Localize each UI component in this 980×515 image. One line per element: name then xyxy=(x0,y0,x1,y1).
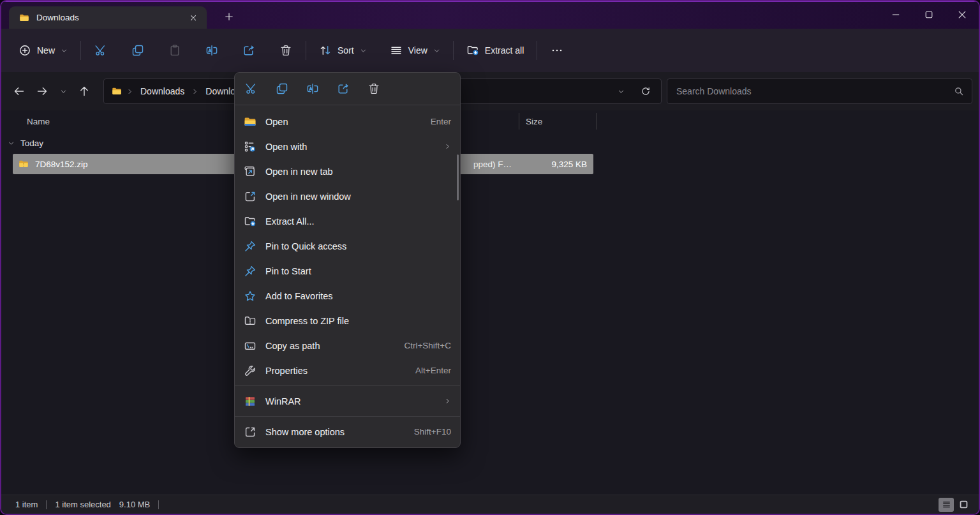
tab-downloads[interactable]: Downloads xyxy=(9,6,207,29)
rename-button[interactable] xyxy=(301,77,325,101)
tab-title: Downloads xyxy=(36,13,185,22)
open-in-new-window-icon xyxy=(244,190,256,203)
statusbar-divider xyxy=(46,500,47,509)
delete-button[interactable] xyxy=(272,38,300,63)
menu-item-label: Copy as path xyxy=(265,341,320,351)
cut-button[interactable] xyxy=(87,38,115,63)
menu-item-extract-all[interactable]: Extract All... xyxy=(235,209,460,234)
view-button[interactable]: View xyxy=(383,38,447,63)
command-toolbar: New Sort xyxy=(1,29,979,72)
rename-button[interactable] xyxy=(198,38,226,63)
menu-item-label: Show more options xyxy=(265,427,345,437)
group-label: Today xyxy=(20,138,43,148)
menu-item-compress-to-zip[interactable]: Compress to ZIP file xyxy=(235,308,460,333)
search-icon[interactable] xyxy=(954,86,964,96)
clipboard-icon xyxy=(168,44,181,57)
up-button[interactable] xyxy=(73,80,96,103)
menu-item-accel: Shift+F10 xyxy=(414,427,451,437)
toolbar-divider xyxy=(306,41,306,60)
search-box[interactable] xyxy=(667,78,972,104)
forward-button[interactable] xyxy=(31,80,54,103)
chevron-down-icon xyxy=(360,47,367,54)
show-more-options-icon xyxy=(244,426,256,438)
menu-item-pin-to-quick-access[interactable]: Pin to Quick access xyxy=(235,234,460,258)
folder-icon xyxy=(112,86,122,96)
copy-button[interactable] xyxy=(124,38,152,63)
extract-all-label: Extract all xyxy=(485,45,524,56)
details-view-button[interactable] xyxy=(939,498,954,512)
menu-item-label: Open in new window xyxy=(265,191,351,202)
menu-item-open-in-new-window[interactable]: Open in new window xyxy=(235,184,460,209)
cut-button[interactable] xyxy=(239,77,264,101)
copy-as-path-icon xyxy=(244,340,256,352)
toolbar-divider xyxy=(537,41,537,60)
group-header-today[interactable]: Today xyxy=(1,132,979,154)
address-bar: Downloads Downloads xyxy=(1,72,979,110)
pushpin-icon xyxy=(244,265,256,278)
refresh-button[interactable] xyxy=(635,82,656,101)
column-divider[interactable] xyxy=(519,113,519,130)
menu-item-label: Pin to Quick access xyxy=(265,241,346,251)
menu-item-label: WinRAR xyxy=(265,396,301,407)
new-button-label: New xyxy=(37,45,55,56)
file-name: 7D68v152.zip xyxy=(35,160,88,169)
column-divider[interactable] xyxy=(596,113,597,130)
star-icon xyxy=(244,290,256,302)
new-tab-button[interactable] xyxy=(218,7,240,26)
address-dropdown-button[interactable] xyxy=(611,82,631,101)
column-header-size[interactable]: Size xyxy=(526,117,542,126)
list-lines-icon xyxy=(390,44,403,57)
search-input[interactable] xyxy=(675,86,949,97)
menu-item-add-to-favorites[interactable]: Add to Favorites xyxy=(235,283,460,308)
copy-button[interactable] xyxy=(270,77,294,101)
new-button[interactable]: New xyxy=(11,38,75,63)
open-in-new-tab-icon xyxy=(244,165,256,178)
trash-icon xyxy=(279,44,292,57)
menu-item-properties[interactable]: Properties Alt+Enter xyxy=(235,358,460,383)
minimize-button[interactable] xyxy=(879,2,912,27)
menu-item-show-more-options[interactable]: Show more options Shift+F10 xyxy=(235,419,460,444)
menu-item-label: Open xyxy=(265,117,288,127)
folder-icon xyxy=(19,13,29,23)
menu-item-label: Add to Favorites xyxy=(265,291,333,301)
wrench-icon xyxy=(244,364,256,377)
copy-icon xyxy=(131,44,144,57)
recent-locations-button[interactable] xyxy=(54,80,73,103)
menu-item-open[interactable]: Open Enter xyxy=(235,109,460,134)
chevron-right-icon[interactable] xyxy=(191,88,198,95)
menu-item-accel: Enter xyxy=(431,117,451,126)
menu-item-open-with[interactable]: Open with xyxy=(235,134,460,159)
zip-folder-icon xyxy=(19,159,29,169)
chevron-right-icon[interactable] xyxy=(126,88,133,95)
winrar-books-icon xyxy=(244,395,256,408)
extract-all-button[interactable]: Extract all xyxy=(459,38,531,63)
menu-item-open-in-new-tab[interactable]: Open in new tab xyxy=(235,159,460,184)
paste-button[interactable] xyxy=(161,38,189,63)
share-button[interactable] xyxy=(235,38,263,63)
menu-scrollbar[interactable] xyxy=(457,154,459,200)
chevron-down-icon xyxy=(8,140,15,147)
delete-button[interactable] xyxy=(362,77,386,101)
details-view-icon xyxy=(942,500,951,509)
column-header-name[interactable]: Name xyxy=(1,117,50,126)
selection-size: 9.10 MB xyxy=(119,500,150,509)
see-more-button[interactable] xyxy=(543,38,571,63)
submenu-chevron-icon xyxy=(444,398,451,405)
chevron-down-icon xyxy=(60,88,67,95)
open-with-icon xyxy=(244,140,256,153)
sort-button[interactable]: Sort xyxy=(312,38,374,63)
back-button[interactable] xyxy=(8,80,31,103)
menu-item-label: Properties xyxy=(265,366,308,376)
menu-item-winrar[interactable]: WinRAR xyxy=(235,389,460,414)
menu-item-copy-as-path[interactable]: Copy as path Ctrl+Shift+C xyxy=(235,333,460,358)
large-icons-view-button[interactable] xyxy=(956,498,971,512)
tab-close-icon[interactable] xyxy=(185,10,202,26)
file-list: Name Size Today 7D68v152.zip pped) F… 9,… xyxy=(1,110,979,495)
menu-item-pin-to-start[interactable]: Pin to Start xyxy=(235,258,460,283)
breadcrumb-item-downloads[interactable]: Downloads xyxy=(138,84,187,98)
close-button[interactable] xyxy=(946,2,979,27)
context-menu-quick-actions xyxy=(235,73,460,105)
extract-folder-icon xyxy=(244,215,256,228)
share-button[interactable] xyxy=(331,77,355,101)
maximize-button[interactable] xyxy=(912,2,946,27)
